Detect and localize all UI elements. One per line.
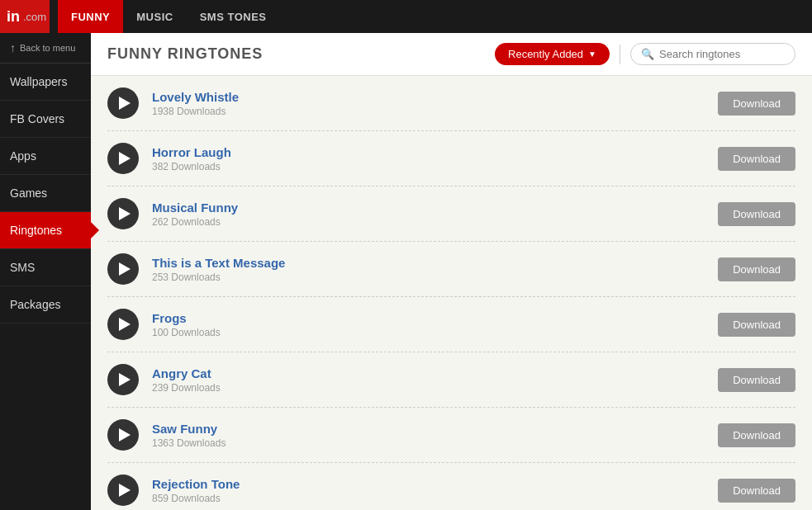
logo[interactable]: in.com	[0, 0, 50, 33]
back-arrow-icon: ↑	[10, 41, 16, 54]
header-right: Recently Added ▼ 🔍	[495, 43, 795, 65]
ringtone-info: This is a Text Message253 Downloads	[152, 256, 705, 283]
ringtone-item: Angry Cat239 DownloadsDownload	[107, 352, 795, 408]
ringtone-info: Saw Funny1363 Downloads	[152, 422, 705, 449]
ringtone-downloads: 239 Downloads	[152, 382, 705, 394]
top-nav-link-sms-tones[interactable]: SMS TONES	[187, 0, 280, 33]
play-button[interactable]	[107, 419, 139, 451]
top-nav-links: FUNNYMUSICSMS TONES	[58, 0, 280, 33]
logo-dotcom: .com	[23, 11, 46, 23]
page-title: FUNNY RINGTONES	[107, 45, 263, 63]
ringtone-downloads: 382 Downloads	[152, 161, 705, 172]
header-divider	[620, 45, 620, 64]
ringtone-item: Saw Funny1363 DownloadsDownload	[107, 408, 795, 463]
sidebar-item-games[interactable]: Games	[0, 175, 91, 212]
ringtone-name[interactable]: Lovely Whistle	[152, 90, 705, 104]
ringtone-item: Horror Laugh382 DownloadsDownload	[107, 131, 795, 187]
search-icon: 🔍	[641, 48, 654, 60]
ringtone-item: Frogs100 DownloadsDownload	[107, 297, 795, 352]
main-layout: ↑ Back to menu WallpapersFB CoversAppsGa…	[0, 33, 812, 510]
ringtone-info: Musical Funny262 Downloads	[152, 201, 705, 228]
back-to-menu-label: Back to menu	[20, 43, 75, 53]
play-icon	[119, 207, 131, 220]
back-to-menu[interactable]: ↑ Back to menu	[0, 33, 91, 64]
top-navigation: in.com FUNNYMUSICSMS TONES	[0, 0, 812, 33]
top-nav-link-music[interactable]: MUSIC	[123, 0, 186, 33]
sidebar-item-fb-covers[interactable]: FB Covers	[0, 101, 91, 138]
ringtone-downloads: 859 Downloads	[152, 493, 705, 504]
sidebar-item-apps[interactable]: Apps	[0, 138, 91, 175]
ringtone-info: Frogs100 Downloads	[152, 311, 705, 338]
sidebar-item-sms[interactable]: SMS	[0, 249, 91, 286]
ringtone-name[interactable]: Rejection Tone	[152, 477, 705, 491]
download-button[interactable]: Download	[718, 368, 795, 392]
sidebar-item-wallpapers[interactable]: Wallpapers	[0, 64, 91, 101]
content-header: FUNNY RINGTONES Recently Added ▼ 🔍	[91, 33, 812, 76]
search-box: 🔍	[630, 43, 795, 65]
download-button[interactable]: Download	[718, 313, 795, 337]
recently-added-label: Recently Added	[508, 48, 583, 60]
play-icon	[119, 318, 131, 331]
sidebar-items: WallpapersFB CoversAppsGamesRingtonesSMS…	[0, 64, 91, 323]
ringtone-downloads: 253 Downloads	[152, 272, 705, 283]
ringtone-downloads: 100 Downloads	[152, 327, 705, 338]
search-input[interactable]	[659, 48, 783, 60]
download-button[interactable]: Download	[718, 202, 795, 226]
chevron-down-icon: ▼	[588, 50, 596, 59]
recently-added-button[interactable]: Recently Added ▼	[495, 43, 610, 65]
play-icon	[119, 152, 131, 165]
ringtone-info: Rejection Tone859 Downloads	[152, 477, 705, 504]
play-icon	[119, 484, 131, 497]
ringtone-name[interactable]: Frogs	[152, 311, 705, 325]
ringtone-item: Rejection Tone859 DownloadsDownload	[107, 463, 795, 510]
play-icon	[119, 428, 131, 442]
ringtone-downloads: 262 Downloads	[152, 216, 705, 228]
ringtone-downloads: 1363 Downloads	[152, 437, 705, 449]
play-icon	[119, 97, 131, 110]
logo-in: in	[3, 7, 23, 27]
play-button[interactable]	[107, 198, 139, 229]
download-button[interactable]: Download	[718, 92, 795, 116]
play-button[interactable]	[107, 475, 139, 506]
download-button[interactable]: Download	[718, 479, 795, 503]
play-button[interactable]	[107, 309, 139, 340]
play-button[interactable]	[107, 143, 139, 174]
play-icon	[119, 373, 131, 386]
ringtone-item: Lovely Whistle1938 DownloadsDownload	[107, 76, 795, 131]
ringtone-item: Musical Funny262 DownloadsDownload	[107, 187, 795, 242]
download-button[interactable]: Download	[718, 147, 795, 171]
ringtone-list: Lovely Whistle1938 DownloadsDownloadHorr…	[91, 76, 812, 510]
play-button[interactable]	[107, 87, 139, 119]
content-area: FUNNY RINGTONES Recently Added ▼ 🔍 Lovel…	[91, 33, 812, 510]
play-button[interactable]	[107, 364, 139, 395]
ringtone-name[interactable]: Saw Funny	[152, 422, 705, 436]
ringtone-name[interactable]: Musical Funny	[152, 201, 705, 215]
sidebar-item-packages[interactable]: Packages	[0, 286, 91, 323]
download-button[interactable]: Download	[718, 423, 795, 447]
ringtone-name[interactable]: Horror Laugh	[152, 145, 705, 159]
ringtone-info: Lovely Whistle1938 Downloads	[152, 90, 705, 117]
ringtone-info: Horror Laugh382 Downloads	[152, 145, 705, 172]
sidebar-item-ringtones[interactable]: Ringtones	[0, 212, 91, 249]
ringtone-name[interactable]: Angry Cat	[152, 366, 705, 380]
play-button[interactable]	[107, 253, 139, 285]
ringtone-info: Angry Cat239 Downloads	[152, 366, 705, 394]
top-nav-link-funny[interactable]: FUNNY	[58, 0, 123, 33]
ringtone-name[interactable]: This is a Text Message	[152, 256, 705, 270]
sidebar: ↑ Back to menu WallpapersFB CoversAppsGa…	[0, 33, 91, 510]
ringtone-item: This is a Text Message253 DownloadsDownl…	[107, 242, 795, 297]
download-button[interactable]: Download	[718, 257, 795, 281]
ringtone-downloads: 1938 Downloads	[152, 106, 705, 117]
play-icon	[119, 262, 131, 276]
